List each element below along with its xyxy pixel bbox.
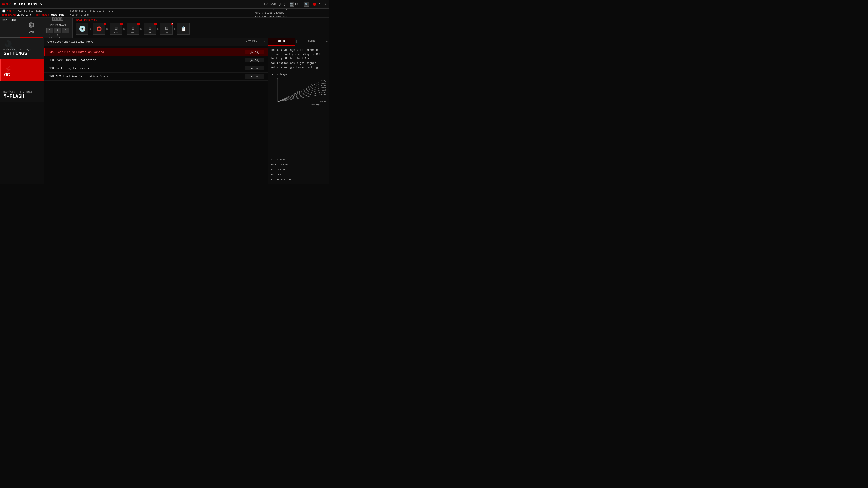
boot-device-1-icon: ⭕: [96, 26, 102, 32]
hotkey-area: HOT KEY | ↩: [246, 39, 265, 44]
boot-arrow-2: ▶: [123, 27, 125, 31]
svg-text:Mode8: Mode8: [321, 94, 327, 96]
info-tab[interactable]: INFO: [298, 38, 324, 46]
settings-row-0-label: CPU Loadline Calibration Control: [49, 51, 246, 54]
xmp-section: XMP Profile 1 2 3 1user 2user: [43, 18, 72, 37]
xmp-btn-1[interactable]: 1: [46, 28, 53, 33]
settings-row-0[interactable]: CPU Loadline Calibration Control [Auto]: [44, 48, 268, 56]
camera-icon: 📷: [289, 2, 294, 6]
boot-device-3-icon: 🖥: [130, 26, 135, 32]
settings-row-2-value: [Auto]: [246, 66, 264, 70]
boot-device-2[interactable]: 🖥 U USB: [110, 23, 122, 35]
boot-arrow-0: ▶: [90, 27, 92, 31]
help-tab[interactable]: HELP: [268, 38, 295, 46]
msi-logo: msi: [2, 2, 12, 7]
boot-device-1[interactable]: ⭕ U: [93, 23, 105, 35]
right-tabs: HELP | INFO «: [268, 38, 329, 46]
hotkey-separator: |: [259, 40, 260, 43]
ddr-speed-label: DDR Speed: [36, 14, 49, 17]
mflash-title: M-FLASH: [3, 94, 40, 99]
boot-device-4-icon: 🖥: [147, 26, 152, 32]
boot-device-5[interactable]: 🖥 U USB: [160, 23, 173, 35]
settings-row-3-label: CPU AUX Loadline Calibration Control: [49, 75, 246, 78]
boot-device-0[interactable]: 💿: [76, 23, 88, 35]
settings-row-3-value: [Auto]: [246, 74, 264, 78]
info-left: 🕐 10:06 Sat 29 Jun, 2024 CPU Speed 3.20 …: [2, 9, 68, 17]
language-button[interactable]: En: [313, 2, 320, 6]
breadcrumb-bar: Overclocking\DigitALL Power HOT KEY | ↩: [44, 38, 268, 46]
boot-device-4[interactable]: 🖥 U USB: [144, 23, 156, 35]
right-panel: HELP | INFO « The CPU voltage will decre…: [268, 38, 329, 184]
settings-row-1-label: CPU Over Current Protection: [49, 59, 246, 62]
svg-text:Mode7: Mode7: [321, 91, 327, 93]
svg-line-39: [277, 88, 320, 102]
screenshot-label: F12: [295, 3, 300, 6]
boot-device-2-label: USB: [114, 32, 118, 34]
game-boost-bar: GAME BOOST CPU CPU: [0, 18, 329, 38]
bios-title: CLICK BIOS 5: [14, 2, 42, 6]
xmp-btn-3[interactable]: 3: [62, 28, 69, 33]
sidebar: 🔧 Motherboard settings SETTINGS ⚡ OC → U…: [0, 38, 44, 184]
settings-subtitle: Motherboard settings: [3, 48, 40, 51]
keybindings: ↑↓←→: Move Enter: Select +/-: Value ESC:…: [268, 155, 329, 184]
settings-row-1[interactable]: CPU Over Current Protection [Auto]: [44, 56, 268, 64]
svg-text:Mode4: Mode4: [321, 85, 327, 87]
boot-device-6[interactable]: 📋: [177, 23, 190, 35]
boot-arrow-3: ▶: [140, 27, 143, 31]
sidebar-item-settings[interactable]: 🔧 Motherboard settings SETTINGS: [0, 38, 44, 59]
sidebar-item-mflash[interactable]: → Use USB to flash BIOS M-FLASH: [0, 81, 44, 102]
svg-rect-18: [56, 18, 57, 20]
sidebar-item-oc[interactable]: ⚡ OC: [0, 59, 44, 81]
game-boost-label: GAME BOOST: [0, 18, 20, 37]
keybind-move: ↑↓←→: Move: [271, 157, 327, 162]
cpu-chip-icon: CPU: [28, 21, 36, 31]
info-row: 🕐 10:06 Sat 29 Jun, 2024 CPU Speed 3.20 …: [0, 8, 329, 18]
ez-mode-button[interactable]: EZ Mode (F7): [264, 2, 285, 6]
settings-row-2[interactable]: CPU Switching Frequency [Auto]: [44, 64, 268, 72]
search-button[interactable]: 🔍: [304, 2, 309, 6]
boot-device-4-label: USB: [148, 32, 151, 34]
svg-rect-21: [61, 18, 62, 20]
tab-divider: |: [295, 38, 298, 46]
boot-device-6-icon: 📋: [181, 26, 186, 32]
settings-row-3[interactable]: CPU AUX Loadline Calibration Control [Au…: [44, 72, 268, 80]
cpu-label: CPU: [29, 31, 34, 34]
xmp-btn-2[interactable]: 2: [54, 28, 61, 33]
collapse-button[interactable]: «: [324, 38, 329, 46]
keybind-exit: ESC: Exit: [271, 172, 327, 177]
collapse-icon: «: [326, 40, 328, 43]
svg-rect-20: [59, 18, 61, 20]
cpu-speed-value: 3.20 GHz: [17, 13, 31, 17]
svg-line-42: [277, 95, 320, 102]
boot-device-3-badge: U: [137, 23, 140, 25]
boot-device-3-label: USB: [131, 32, 134, 34]
cpu-speed-label: CPU Speed: [2, 14, 16, 17]
svg-marker-34: [277, 78, 278, 79]
svg-rect-16: [53, 18, 54, 20]
time-date: 🕐 10:06 Sat 29 Jun, 2024: [2, 9, 68, 13]
svg-text:Mode5: Mode5: [321, 87, 327, 89]
cpu-button[interactable]: CPU CPU: [20, 18, 43, 37]
language-label: En: [317, 2, 320, 6]
boot-arrow-5: ▶: [174, 27, 176, 31]
flag-icon: [313, 3, 316, 6]
boot-device-2-icon: 🖥: [114, 26, 118, 32]
memory-size: Memory Size: 32768MB: [254, 11, 327, 15]
breadcrumb: Overclocking\DigitALL Power: [48, 40, 95, 43]
back-button[interactable]: ↩: [262, 39, 265, 44]
screenshot-button[interactable]: 📷 F12: [289, 2, 300, 6]
svg-text:Loading: Loading: [311, 104, 320, 106]
boot-arrow-1: ▶: [106, 27, 109, 31]
center-content: Overclocking\DigitALL Power HOT KEY | ↩ …: [44, 38, 268, 184]
close-button[interactable]: X: [324, 2, 327, 6]
search-icon: 🔍: [304, 2, 309, 6]
settings-list: CPU Loadline Calibration Control [Auto] …: [44, 46, 268, 184]
boot-device-3[interactable]: 🖥 U USB: [127, 23, 139, 35]
vcore: VCore: 0.958V: [70, 13, 254, 17]
boot-device-5-badge: U: [171, 23, 174, 25]
settings-row-0-value: [Auto]: [246, 50, 264, 54]
main-layout: 🔧 Motherboard settings SETTINGS ⚡ OC → U…: [0, 38, 329, 184]
settings-row-1-value: [Auto]: [246, 58, 264, 62]
time-display: 10:06: [7, 9, 17, 13]
hotkey-label: HOT KEY: [246, 40, 257, 43]
